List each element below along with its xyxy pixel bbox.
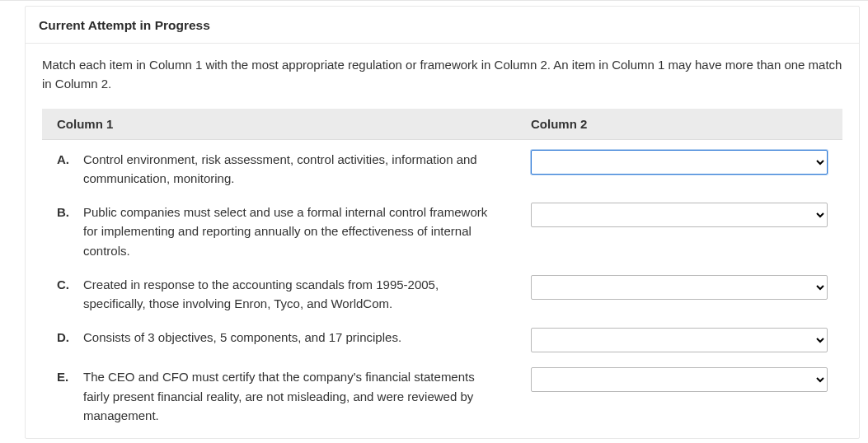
matching-table: Column 1 Column 2 A.Control environment,… xyxy=(42,109,842,431)
table-row: A.Control environment, risk assessment, … xyxy=(42,139,842,193)
column-2-cell xyxy=(516,193,842,265)
card-body: Match each item in Column 1 with the mos… xyxy=(26,44,859,438)
matching-rows: A.Control environment, risk assessment, … xyxy=(42,139,842,430)
answer-select-c[interactable] xyxy=(531,275,828,300)
column-1-cell: A.Control environment, risk assessment, … xyxy=(42,139,516,193)
item-text: Created in response to the accounting sc… xyxy=(83,275,501,314)
item-text: Public companies must select and use a f… xyxy=(83,203,501,260)
item-letter: B. xyxy=(57,203,72,222)
item-letter: D. xyxy=(57,328,72,347)
attempt-status-title: Current Attempt in Progress xyxy=(39,18,210,32)
table-row: B.Public companies must select and use a… xyxy=(42,193,842,265)
item-row: C.Created in response to the accounting … xyxy=(57,275,501,314)
table-row: C.Created in response to the accounting … xyxy=(42,265,842,319)
item-row: D.Consists of 3 objectives, 5 components… xyxy=(57,328,501,347)
item-row: A.Control environment, risk assessment, … xyxy=(57,150,501,189)
item-row: E.The CEO and CFO must certify that the … xyxy=(57,367,501,425)
answer-select-a[interactable] xyxy=(531,150,828,175)
column-2-cell xyxy=(516,139,842,193)
answer-select-b[interactable] xyxy=(531,203,828,227)
column-2-cell xyxy=(516,318,842,357)
item-letter: A. xyxy=(57,150,72,169)
table-row: D.Consists of 3 objectives, 5 components… xyxy=(42,318,842,357)
item-letter: C. xyxy=(57,275,72,294)
column-1-cell: E.The CEO and CFO must certify that the … xyxy=(42,357,516,430)
table-row: E.The CEO and CFO must certify that the … xyxy=(42,357,842,430)
column-2-header: Column 2 xyxy=(516,109,842,140)
instructions-text: Match each item in Column 1 with the mos… xyxy=(42,55,842,94)
item-text: The CEO and CFO must certify that the co… xyxy=(83,367,501,425)
item-text: Control environment, risk assessment, co… xyxy=(83,150,501,189)
item-row: B.Public companies must select and use a… xyxy=(57,203,501,260)
column-2-cell xyxy=(516,265,842,319)
card-header: Current Attempt in Progress xyxy=(26,7,859,44)
item-text: Consists of 3 objectives, 5 components, … xyxy=(83,328,501,347)
answer-select-e[interactable] xyxy=(531,367,828,392)
page: Current Attempt in Progress Match each i… xyxy=(0,0,868,439)
column-2-cell xyxy=(516,357,842,430)
answer-select-d[interactable] xyxy=(531,328,828,352)
question-card: Current Attempt in Progress Match each i… xyxy=(25,6,860,439)
column-1-cell: D.Consists of 3 objectives, 5 components… xyxy=(42,318,516,357)
column-1-header: Column 1 xyxy=(42,109,516,140)
column-1-cell: C.Created in response to the accounting … xyxy=(42,265,516,319)
item-letter: E. xyxy=(57,367,72,386)
column-1-cell: B.Public companies must select and use a… xyxy=(42,193,516,265)
